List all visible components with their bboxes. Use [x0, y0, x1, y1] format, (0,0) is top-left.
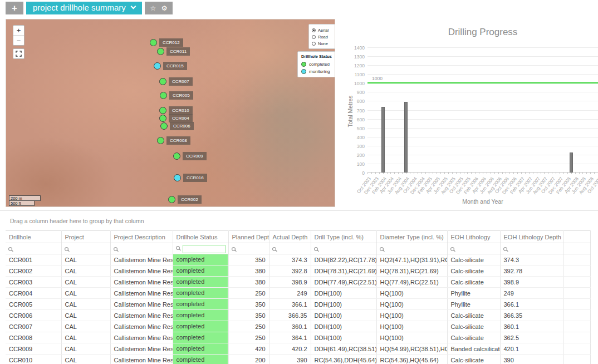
x-axis-tick [579, 173, 580, 174]
column-header-actual-depth[interactable]: Actual Depth [269, 231, 311, 243]
cell-diameter-type: HQ(77.49),RC(22.51) [376, 277, 447, 288]
column-header-drillhole[interactable]: Drillhole [6, 231, 61, 243]
chevron-down-icon [130, 4, 136, 9]
drillhole-marker-CCR010[interactable] [159, 107, 166, 114]
column-header-project-description[interactable]: Project Description [110, 231, 173, 243]
cell-drill-type: DDH(100) [311, 310, 376, 321]
drillhole-marker-CCR009[interactable] [173, 153, 180, 160]
basemap-option-none[interactable]: None [312, 40, 334, 47]
basemap-option-aerial[interactable]: Aerial [312, 27, 334, 33]
cell-diameter-type: HQ(54.99),RC(38.51),HQ2(6.5) [376, 343, 447, 355]
zoom-out-button[interactable]: − [13, 36, 24, 46]
scalebar-imperial: 500 ft [9, 200, 35, 206]
drillhole-marker-CCR005[interactable] [160, 92, 167, 99]
x-axis-tick [398, 173, 399, 174]
table-row-CCR005[interactable]: CCR005CALCallistemon Mine Res Devcomplet… [6, 299, 590, 310]
basemap-option-label: None [318, 41, 328, 46]
fullscreen-button[interactable] [13, 48, 24, 59]
table-row-CCR001[interactable]: CCR001CALCallistemon Mine Res Devcomplet… [6, 254, 590, 265]
x-axis-tick [541, 173, 541, 174]
basemap-option-road[interactable]: Road [312, 33, 334, 40]
cell-drill-type: DDH(100) [311, 288, 376, 299]
x-axis-tick [563, 173, 564, 174]
basemap-option-label: Road [318, 35, 328, 40]
active-filter-box[interactable] [183, 245, 226, 253]
drillhole-marker-CCR007[interactable] [159, 78, 166, 85]
x-axis-tick [509, 173, 510, 174]
drillhole-marker-CCR012[interactable] [150, 39, 157, 46]
cell-planned-depth: 250 [228, 288, 269, 299]
filter-cell-project[interactable] [61, 243, 110, 254]
bar-Aug-2004[interactable] [404, 102, 408, 173]
column-header-planned-depth[interactable]: Planned Depth [228, 231, 269, 243]
column-header-drillhole-status[interactable]: Drillhole Status [173, 231, 228, 243]
drillhole-marker-CCR006[interactable] [160, 122, 168, 130]
x-axis-tick [471, 173, 472, 174]
filter-cell-eoh-lithology[interactable] [447, 243, 500, 254]
gear-icon[interactable]: ⚙ [161, 4, 168, 12]
table-row-CCR007[interactable]: CCR007CALCallistemon Mine Res Devcomplet… [6, 321, 590, 332]
drillhole-marker-CCR004[interactable] [159, 115, 166, 122]
x-axis-tick [506, 173, 506, 174]
bar-Mar-2008[interactable] [570, 153, 573, 173]
x-axis-tick [590, 173, 591, 174]
filter-cell-drill-type[interactable] [311, 243, 376, 254]
add-tab-button[interactable]: + [6, 2, 23, 14]
table-row-CCR008[interactable]: CCR008CALCallistemon Mine Res Devcomplet… [6, 332, 590, 343]
zoom-in-button[interactable]: + [13, 26, 24, 36]
chart-gridline [367, 128, 598, 129]
column-header-project[interactable]: Project [61, 231, 110, 243]
chart-gridline [367, 146, 598, 146]
bar-Feb-2004[interactable] [381, 107, 385, 173]
table-body: CCR001CALCallistemon Mine Res Devcomplet… [6, 254, 590, 364]
drillhole-marker-CCR016[interactable] [174, 174, 181, 181]
filter-cell-drillhole[interactable] [6, 243, 61, 254]
cell-diameter-type: HQ(100) [376, 332, 447, 343]
filter-cell-drillhole-status[interactable] [173, 243, 228, 254]
search-icon [176, 246, 180, 250]
column-header-drill-type[interactable]: Drill Type (incl. %) [311, 231, 376, 243]
search-icon [65, 247, 68, 251]
column-header-eoh-lithology[interactable]: EOH Lithology [447, 231, 500, 243]
cell-drill-type: DDH(77.49),RC(22.51) [311, 277, 376, 288]
cell-project: CAL [61, 343, 110, 355]
table-row-CCR006[interactable]: CCR006CALCallistemon Mine Res Devcomplet… [6, 310, 590, 321]
filter-cell-actual-depth[interactable] [269, 243, 311, 254]
cell-actual-depth: 398.9 [269, 277, 311, 288]
cell-actual-depth: 249 [269, 288, 311, 299]
map-panel[interactable]: + − AerialRoadNone Drillhole Status comp… [6, 19, 335, 207]
x-axis-tick [460, 173, 460, 174]
column-header-diameter-type[interactable]: Diameter Type (incl. %) [376, 231, 447, 243]
cell-drillhole-status: completed [173, 299, 228, 310]
drillhole-marker-CCR008[interactable] [157, 137, 164, 144]
marker-label-CCR004: CCR004 [169, 114, 193, 122]
column-header-eoh-lithology-depth[interactable]: EOH Lithology Depth (m) [500, 231, 563, 243]
cell-eoh-lithology-depth: 360.1 [500, 321, 563, 332]
y-axis-tick-label: 1400 [346, 45, 365, 51]
cell-planned-depth: 380 [228, 265, 269, 277]
x-axis-tick [421, 173, 422, 174]
filter-cell-planned-depth[interactable] [228, 243, 269, 254]
filter-cell-project-description[interactable] [110, 243, 173, 254]
drillhole-marker-CCR015[interactable] [154, 62, 161, 70]
filter-cell-diameter-type[interactable] [376, 243, 447, 254]
star-icon[interactable]: ☆ [150, 4, 156, 12]
drillhole-marker-CCR002[interactable] [168, 196, 175, 203]
table-row-CCR002[interactable]: CCR002CALCallistemon Mine Res Devcomplet… [6, 265, 590, 277]
radio-icon [312, 28, 316, 32]
table-row-CCR003[interactable]: CCR003CALCallistemon Mine Res Devcomplet… [6, 277, 590, 288]
x-axis-tick [517, 173, 518, 174]
cell-planned-depth: 250 [228, 332, 269, 343]
table-row-CCR004[interactable]: CCR004CALCallistemon Mine Res Devcomplet… [6, 288, 590, 299]
drillhole-marker-CCR011[interactable] [157, 48, 164, 55]
table-row-CCR010[interactable]: CCR010CALCallistemon Mine Res Devcomplet… [6, 355, 590, 364]
chart-gridline [367, 110, 598, 111]
x-axis-tick [402, 173, 403, 174]
dashboard-title-tab[interactable]: project drillhole summary [26, 2, 142, 14]
table-row-CCR009[interactable]: CCR009CALCallistemon Mine Res Devcomplet… [6, 343, 590, 355]
x-axis-tick [571, 173, 572, 174]
x-axis-tick [383, 173, 384, 174]
x-axis-tick [475, 173, 476, 174]
filter-cell-eoh-lithology-depth[interactable] [500, 243, 563, 254]
y-axis-tick-label: 900 [346, 90, 365, 95]
